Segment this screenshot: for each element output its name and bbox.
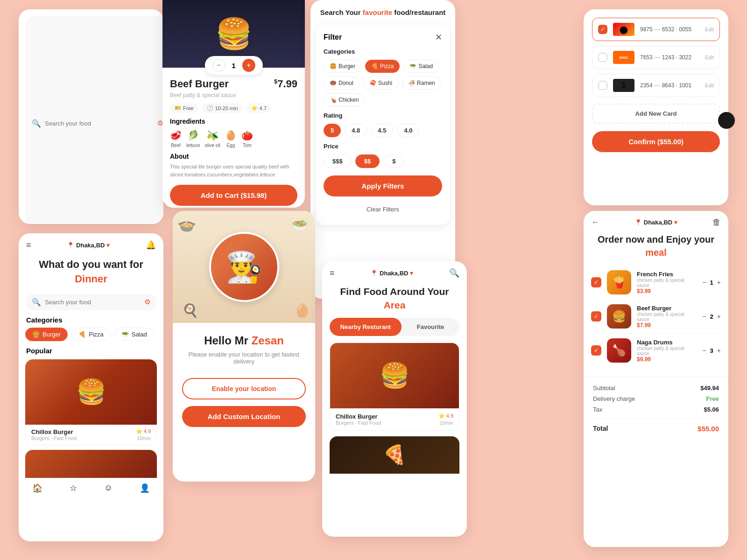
item-details-fries: French Fries chicken patty & special sau… — [637, 271, 697, 294]
total-label: Total — [593, 425, 608, 433]
search-favorite-title: Search Your favourite food/restaurant — [318, 7, 448, 17]
chillox-name: Chillox Burger — [31, 428, 77, 435]
cat-pizza-2[interactable]: 🍕Pizza — [71, 328, 111, 341]
qty-plus-burger[interactable]: + — [717, 313, 721, 320]
qty-minus[interactable]: − — [212, 59, 225, 72]
bg-food-4: 🥚 — [294, 303, 310, 318]
screen-find-food: ≡ 📍Dhaka,BD▾ 🔍 Find Food Around YourArea… — [322, 261, 467, 537]
nav-home-2[interactable]: 🏠 — [32, 483, 42, 493]
add-new-card-button[interactable]: Add New Card — [592, 104, 720, 124]
add-custom-location-button[interactable]: Add Custom Location — [182, 406, 306, 427]
filter-icon-2[interactable]: ⚙ — [144, 298, 150, 306]
tab-favourite[interactable]: Favourite — [402, 318, 459, 336]
price-title: Price — [324, 143, 442, 150]
rating-45[interactable]: 4.5 — [371, 124, 393, 137]
qty-minus-fries[interactable]: − — [702, 279, 706, 286]
mastercard-checkbox: ✓ — [598, 25, 607, 34]
price-2dollar[interactable]: $$ — [355, 154, 380, 168]
tax-label: Tax — [593, 406, 602, 413]
add-to-cart-button[interactable]: Add to Cart ($15.98) — [170, 185, 297, 206]
screen-filter: Search Your favourite food/restaurant Fi… — [310, 0, 455, 299]
search-icon-3[interactable]: 🔍 — [449, 268, 459, 278]
rating-40[interactable]: 4.0 — [397, 124, 419, 137]
burger-subtitle: Beef patty & special sauce — [170, 92, 297, 98]
trash-button[interactable]: 🗑 — [712, 217, 721, 227]
restaurant-card-chillox[interactable]: 🍔 Chillox Burger Burgers · Fast Food ⭐ 4… — [330, 343, 459, 431]
qty-minus-burger[interactable]: − — [702, 313, 706, 320]
rating-48[interactable]: 4.8 — [345, 124, 367, 137]
item-checkbox-naga[interactable]: ✓ — [591, 345, 601, 356]
search-input[interactable] — [45, 120, 154, 127]
cat-burger-2[interactable]: 🍔Burger — [25, 328, 68, 341]
bg-food-3: 🍳 — [182, 303, 198, 318]
filter-cat-ramen[interactable]: 🍜Ramen — [402, 77, 441, 90]
discover-icon: DISC — [613, 51, 634, 64]
cat-salad-2[interactable]: 🥗Salad — [114, 328, 154, 341]
screen-beef-burger: 🍔 − 1 + Beef Burger $7.99 Beef patty & s… — [162, 0, 305, 208]
qty-plus-naga[interactable]: + — [717, 347, 721, 354]
popular-title-2: Popular — [19, 347, 163, 359]
search-icon-2: 🔍 — [32, 298, 41, 307]
bitcoin-edit[interactable]: Edit — [705, 83, 714, 88]
filter-categories-title: Categories — [324, 48, 442, 55]
location-pill-4[interactable]: 📍Dhaka,BD▾ — [634, 219, 677, 226]
find-title: Find Food Around YourArea — [322, 282, 467, 318]
qty-plus[interactable]: + — [242, 59, 255, 72]
chillox-name-2: Chillox Burger — [336, 413, 381, 420]
search-icon: 🔍 — [32, 119, 41, 128]
filter-cat-burger[interactable]: 🍔Burger — [324, 60, 361, 73]
hello-title: Hello Mr Zesan — [182, 334, 306, 347]
enable-location-button[interactable]: Enable your location — [182, 378, 306, 399]
nav-user-2[interactable]: 👤 — [140, 483, 150, 493]
location-pill[interactable]: 📍Dhaka,BD▾ — [67, 242, 110, 249]
discover-edit[interactable]: Edit — [705, 55, 714, 60]
delivery-value: Free — [706, 395, 719, 402]
apply-filters-button[interactable]: Apply Filters — [324, 175, 442, 196]
qty-val-naga: 3 — [710, 347, 713, 354]
filter-close-button[interactable]: ✕ — [435, 32, 442, 42]
payment-bitcoin[interactable]: ₿ 2354 ···· 8643 · 1001 Edit — [592, 74, 720, 97]
order-title: Order now and Enjoy your meal — [584, 231, 728, 266]
payment-discover[interactable]: DISC 7653 ···· 1243 · 3022 Edit — [592, 46, 720, 69]
nav-fav-2[interactable]: ☆ — [70, 483, 77, 493]
screen-order-summary: ← 📍Dhaka,BD▾ 🗑 Order now and Enjoy your … — [584, 211, 728, 547]
ingredients-title: Ingredients — [170, 118, 297, 125]
qty-plus-fries[interactable]: + — [717, 279, 721, 286]
rating-title: Rating — [324, 112, 442, 119]
filter-cat-sushi[interactable]: 🍣Sushi — [363, 77, 398, 90]
filter-cat-pizza[interactable]: 🍕Pizza — [365, 60, 400, 73]
confirm-button[interactable]: Confirm ($55.00) — [592, 131, 720, 152]
filter-cat-chicken[interactable]: 🍗Chicken — [324, 93, 365, 106]
rating-5[interactable]: 5 — [324, 124, 341, 137]
about-text: This special life burger uses special qu… — [170, 163, 297, 178]
back-button[interactable]: ← — [591, 217, 599, 227]
tab-nearby[interactable]: Nearby Resturant — [330, 318, 402, 336]
price-3dollar[interactable]: $$$ — [324, 154, 352, 168]
order-item-burger: ✓ 🍔 Beef Burger chicken patty & special … — [584, 300, 728, 333]
categories-title-2: Categories — [19, 310, 163, 328]
chillox-rating: ⭐ 4.9 — [136, 428, 151, 434]
clear-filters-button[interactable]: Clear Filters — [324, 201, 442, 217]
nav-profile-2[interactable]: ☺ — [104, 483, 113, 493]
menu-icon-3[interactable]: ≡ — [330, 268, 335, 278]
qty-value: 1 — [232, 62, 235, 70]
item-checkbox-burger[interactable]: ✓ — [591, 311, 601, 322]
tag-free: 🎫Free — [170, 103, 198, 113]
payment-mastercard[interactable]: ✓ ⬤ 9875 ···· 6532 · 0055 Edit — [592, 18, 720, 41]
filter-cat-salad[interactable]: 🥗Salad — [403, 60, 439, 73]
filter-cat-donut[interactable]: 🍩Donut — [324, 77, 359, 90]
dinner-title: What do you want forDinner — [19, 254, 163, 290]
chillox-rating-2: ⭐ 4.9 — [438, 413, 453, 419]
ingredient-tomato: 🍅Tom — [241, 130, 253, 148]
ingredient-lettuce: 🥬lettuce — [186, 130, 200, 148]
food-card-chillox[interactable]: 🍔 Chillox Burger Burgers · Fast Food ⭐ 4… — [25, 359, 157, 445]
notification-icon[interactable]: 🔔 — [146, 240, 156, 250]
location-pill-3[interactable]: 📍Dhaka,BD▾ — [370, 270, 413, 277]
price-1dollar[interactable]: $ — [383, 154, 404, 168]
menu-icon[interactable]: ≡ — [26, 240, 31, 250]
mastercard-edit[interactable]: Edit — [705, 27, 714, 32]
qty-minus-naga[interactable]: − — [702, 347, 706, 354]
bottom-nav-2: 🏠 ☆ ☺ 👤 — [19, 478, 163, 496]
item-checkbox-fries[interactable]: ✓ — [591, 277, 601, 287]
search-input-2[interactable] — [45, 299, 141, 306]
